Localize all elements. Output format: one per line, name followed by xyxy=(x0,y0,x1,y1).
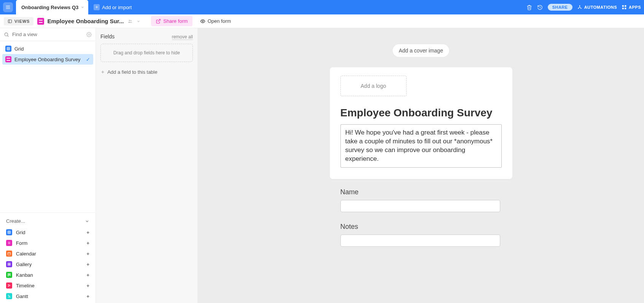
svg-point-18 xyxy=(5,33,8,36)
plus-icon: + xyxy=(86,272,89,278)
svg-rect-39 xyxy=(8,264,9,265)
view-menu-chevron-icon[interactable] xyxy=(137,19,140,23)
svg-line-19 xyxy=(8,35,9,36)
base-tab[interactable]: Onboarding Reviews Q3 xyxy=(16,0,88,14)
chevron-down-icon xyxy=(85,219,89,224)
add-cover-image-button[interactable]: Add a cover image xyxy=(393,44,449,57)
question-input[interactable] xyxy=(340,200,500,212)
view-toolbar: VIEWS Employee Onboarding Sur... Share f… xyxy=(0,14,644,28)
grid-icon xyxy=(6,229,12,235)
menu-button[interactable] xyxy=(3,2,13,12)
plus-icon: + xyxy=(86,283,89,289)
collaborators-icon[interactable] xyxy=(127,19,134,24)
form-questions: NameNotes xyxy=(198,188,644,247)
svg-line-16 xyxy=(158,19,160,21)
create-option-label: Gallery xyxy=(16,262,32,267)
svg-rect-8 xyxy=(622,5,624,7)
remove-all-button[interactable]: remove all xyxy=(172,34,193,40)
svg-rect-33 xyxy=(8,252,11,255)
create-timeline-button[interactable]: Timeline+ xyxy=(3,280,92,291)
views-sidebar: GridEmployee Onboarding Survey✓ Create..… xyxy=(0,28,96,303)
svg-point-15 xyxy=(130,20,132,21)
svg-rect-26 xyxy=(8,231,11,234)
share-form-button[interactable]: Share form xyxy=(151,16,192,26)
svg-rect-21 xyxy=(7,47,10,50)
fields-panel: Fields remove all Drag and drop fields h… xyxy=(96,28,198,303)
question-label: Name xyxy=(340,188,502,196)
top-right-actions: SHARE AUTOMATIONS APPS xyxy=(526,4,641,11)
view-item-label: Grid xyxy=(14,46,24,52)
svg-rect-11 xyxy=(625,8,626,9)
current-view-label: Employee Onboarding Sur... xyxy=(47,18,124,24)
form-view-icon xyxy=(5,56,11,62)
hamburger-icon xyxy=(5,5,11,10)
top-app-bar: Onboarding Reviews Q3 + Add or import SH… xyxy=(0,0,644,14)
plus-icon: + xyxy=(86,240,89,246)
svg-rect-43 xyxy=(10,274,11,276)
create-calendar-button[interactable]: Calendar+ xyxy=(3,248,92,259)
views-toggle-button[interactable]: VIEWS xyxy=(4,17,33,25)
base-tab-label: Onboarding Reviews Q3 xyxy=(21,5,78,10)
trash-button[interactable] xyxy=(526,4,533,10)
calendar-icon xyxy=(6,251,12,257)
view-search-input[interactable] xyxy=(11,31,84,38)
gantt-icon xyxy=(6,293,12,299)
svg-line-4 xyxy=(540,7,541,8)
plus-icon: + xyxy=(86,251,89,257)
kanban-icon xyxy=(6,272,12,278)
create-view-header[interactable]: Create... xyxy=(3,217,92,227)
question-label: Notes xyxy=(340,223,502,231)
add-or-import-button[interactable]: + Add or import xyxy=(94,4,132,10)
add-field-button[interactable]: + Add a field to this table xyxy=(100,67,193,76)
history-icon xyxy=(537,5,543,10)
plus-icon: + xyxy=(86,262,89,267)
form-description-input[interactable]: Hi! We hope you've had a great first wee… xyxy=(340,124,502,168)
open-form-label: Open form xyxy=(208,18,231,24)
svg-point-20 xyxy=(88,34,90,35)
external-link-icon xyxy=(156,19,161,24)
plus-icon: + xyxy=(101,69,104,75)
form-title[interactable]: Employee Onboarding Survey xyxy=(340,107,502,119)
add-or-import-label: Add or import xyxy=(102,5,132,10)
form-question[interactable]: Notes xyxy=(330,223,512,247)
share-button[interactable]: SHARE xyxy=(548,4,572,11)
svg-rect-12 xyxy=(8,20,12,23)
form-question[interactable]: Name xyxy=(330,188,512,212)
automations-button[interactable]: AUTOMATIONS xyxy=(577,5,617,10)
create-gantt-button[interactable]: Gantt+ xyxy=(3,291,92,301)
svg-rect-37 xyxy=(8,263,9,264)
add-field-label: Add a field to this table xyxy=(107,69,157,75)
chevron-down-icon xyxy=(81,5,84,9)
form-canvas: Add a cover image Add a logo Employee On… xyxy=(198,28,644,303)
create-form-button[interactable]: Form+ xyxy=(3,238,92,248)
apps-icon xyxy=(622,5,627,10)
form-icon xyxy=(6,240,12,246)
view-settings-button[interactable] xyxy=(86,32,92,37)
view-item-grid[interactable]: Grid xyxy=(2,43,93,54)
current-view-title[interactable]: Employee Onboarding Sur... xyxy=(37,18,140,25)
share-form-label: Share form xyxy=(163,18,188,24)
view-item-form[interactable]: Employee Onboarding Survey✓ xyxy=(2,54,93,65)
gallery-icon xyxy=(6,261,12,267)
svg-rect-42 xyxy=(9,274,10,275)
create-option-label: Gantt xyxy=(16,293,28,299)
svg-rect-9 xyxy=(625,5,626,7)
view-search-row xyxy=(0,28,95,41)
create-grid-button[interactable]: Grid+ xyxy=(3,227,92,238)
svg-point-14 xyxy=(129,19,130,21)
create-kanban-button[interactable]: Kanban+ xyxy=(3,270,92,280)
plus-icon: + xyxy=(86,230,89,235)
question-input[interactable] xyxy=(340,235,500,247)
apps-button[interactable]: APPS xyxy=(622,5,641,10)
svg-rect-10 xyxy=(622,8,624,9)
cover-image-area: Add a cover image xyxy=(198,28,644,98)
main-area: GridEmployee Onboarding Survey✓ Create..… xyxy=(0,28,644,303)
plus-icon: + xyxy=(86,293,89,299)
history-button[interactable] xyxy=(537,4,543,10)
fields-dropzone[interactable]: Drag and drop fields here to hide xyxy=(100,44,193,62)
views-toggle-label: VIEWS xyxy=(14,19,30,24)
open-form-button[interactable]: Open form xyxy=(196,16,235,26)
create-gallery-button[interactable]: Gallery+ xyxy=(3,259,92,270)
create-option-label: Kanban xyxy=(16,272,33,278)
view-list: GridEmployee Onboarding Survey✓ xyxy=(0,41,95,67)
